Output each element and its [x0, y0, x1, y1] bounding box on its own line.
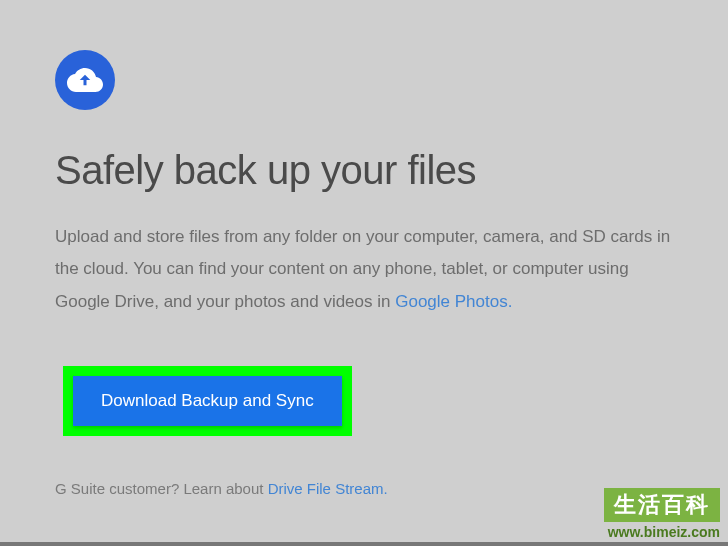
bottom-bar [0, 542, 728, 546]
watermark-url: www.bimeiz.com [604, 524, 720, 540]
description-text: Upload and store files from any folder o… [55, 221, 673, 318]
download-highlight-box: Download Backup and Sync [63, 366, 352, 436]
google-photos-link[interactable]: Google Photos. [395, 292, 512, 311]
download-backup-sync-button[interactable]: Download Backup and Sync [73, 376, 342, 426]
footer-body: G Suite customer? Learn about [55, 480, 268, 497]
watermark-text: 生活百科 [604, 488, 720, 522]
watermark: 生活百科 www.bimeiz.com [604, 488, 720, 540]
cloud-upload-icon [55, 50, 115, 110]
description-body: Upload and store files from any folder o… [55, 227, 670, 311]
page-heading: Safely back up your files [55, 148, 673, 193]
drive-file-stream-link[interactable]: Drive File Stream. [268, 480, 388, 497]
gsuite-footer-text: G Suite customer? Learn about Drive File… [55, 480, 673, 497]
